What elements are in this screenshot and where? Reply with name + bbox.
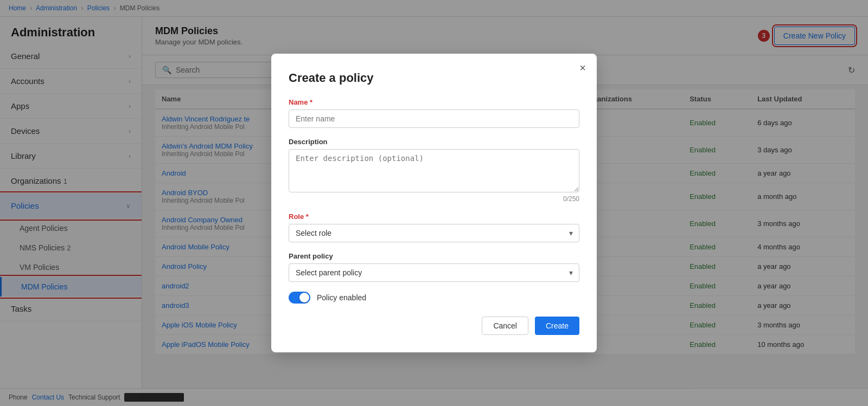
char-count: 0/250 — [289, 195, 579, 203]
role-field-group: Role * Select role — [289, 212, 579, 242]
parent-policy-label: Parent policy — [289, 252, 579, 260]
toggle-knob — [299, 293, 309, 302]
modal-footer: Cancel Create — [289, 317, 579, 335]
parent-policy-select[interactable]: Select parent policy — [289, 263, 579, 282]
toggle-label: Policy enabled — [317, 293, 366, 302]
create-policy-modal: × Create a policy Name * Description 0/2… — [271, 54, 597, 352]
create-button[interactable]: Create — [535, 317, 579, 335]
description-input[interactable] — [289, 149, 579, 192]
modal-title: Create a policy — [289, 71, 579, 85]
parent-policy-select-wrap: Select parent policy — [289, 263, 579, 282]
description-field-group: Description 0/250 — [289, 138, 579, 203]
modal-close-button[interactable]: × — [579, 62, 586, 73]
name-label: Name * — [289, 98, 579, 106]
cancel-button[interactable]: Cancel — [482, 317, 528, 335]
name-required: * — [310, 98, 312, 106]
policy-enabled-toggle[interactable] — [289, 292, 310, 304]
modal-overlay[interactable]: × Create a policy Name * Description 0/2… — [0, 0, 868, 406]
description-label: Description — [289, 138, 579, 146]
role-label: Role * — [289, 212, 579, 221]
parent-policy-field-group: Parent policy Select parent policy — [289, 252, 579, 282]
policy-name-input[interactable] — [289, 109, 579, 128]
role-select[interactable]: Select role — [289, 224, 579, 242]
role-required: * — [306, 212, 309, 221]
policy-enabled-row: Policy enabled — [289, 292, 579, 304]
name-field-group: Name * — [289, 98, 579, 128]
role-select-wrap: Select role — [289, 224, 579, 242]
